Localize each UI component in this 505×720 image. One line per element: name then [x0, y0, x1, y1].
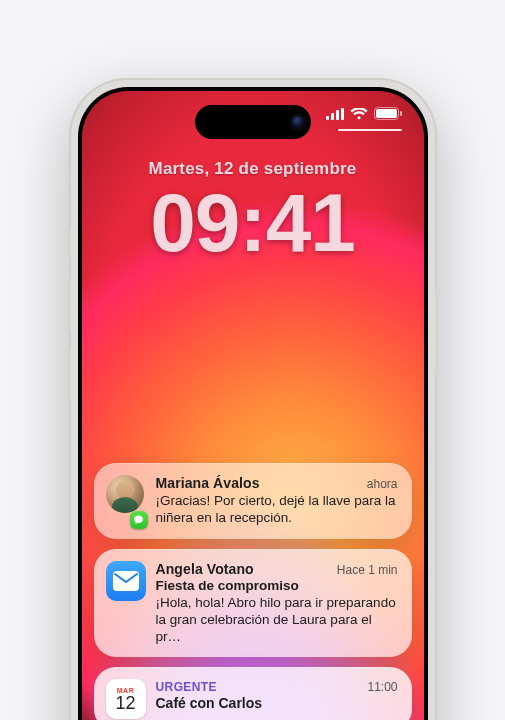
- notification-calendar[interactable]: MAR 12 URGENTE 11:00 Café con Carlos: [94, 667, 412, 720]
- front-camera-icon: [292, 116, 304, 128]
- notification-sender: Angela Votano: [156, 561, 254, 577]
- status-bar: [326, 107, 402, 120]
- svg-rect-6: [400, 111, 402, 116]
- notification-subject: Café con Carlos: [156, 695, 398, 711]
- wifi-icon: [350, 108, 368, 120]
- notification-time: ahora: [367, 477, 398, 491]
- phone-frame: Martes, 12 de septiembre 09:41: [69, 78, 437, 720]
- messages-app-icon: [130, 511, 148, 529]
- svg-rect-3: [341, 108, 344, 120]
- mail-app-icon: [106, 561, 146, 601]
- svg-rect-0: [326, 116, 329, 120]
- side-button[interactable]: [435, 290, 439, 376]
- cellular-icon: [326, 108, 344, 120]
- svg-rect-1: [331, 113, 334, 120]
- notification-list: Mariana Ávalos ahora ¡Gracias! Por ciert…: [94, 463, 412, 720]
- notification-flag: URGENTE: [156, 680, 217, 694]
- notification-message: ¡Gracias! Por cierto, dejé la llave para…: [156, 492, 398, 527]
- avatar: [106, 475, 144, 513]
- notification-message: ¡Hola, hola! Abro hilo para ir preparand…: [156, 594, 398, 646]
- notification-mail[interactable]: Angela Votano Hace 1 min Fiesta de compr…: [94, 549, 412, 658]
- volume-up-button[interactable]: [67, 278, 71, 332]
- notification-subject: Fiesta de compromiso: [156, 578, 398, 593]
- lock-screen[interactable]: Martes, 12 de septiembre 09:41: [82, 91, 424, 720]
- ringer-switch[interactable]: [67, 228, 71, 258]
- svg-rect-2: [336, 110, 339, 120]
- notification-messages[interactable]: Mariana Ávalos ahora ¡Gracias! Por ciert…: [94, 463, 412, 539]
- lockscreen-date: Martes, 12 de septiembre: [82, 159, 424, 179]
- svg-rect-5: [376, 109, 397, 118]
- notification-sender: Mariana Ávalos: [156, 475, 260, 491]
- notification-time: Hace 1 min: [337, 563, 398, 577]
- lockscreen-time: 09:41: [82, 185, 424, 260]
- volume-down-button[interactable]: [67, 346, 71, 400]
- calendar-app-icon: MAR 12: [106, 679, 146, 719]
- notification-time: 11:00: [367, 680, 397, 694]
- battery-icon: [374, 107, 402, 120]
- dynamic-island[interactable]: [195, 105, 311, 139]
